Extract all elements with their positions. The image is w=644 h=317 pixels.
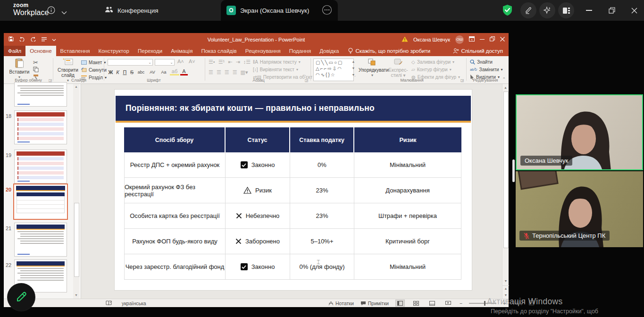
quick-styles-button[interactable]: Експрес-стилі ▾ <box>387 58 410 78</box>
italic-button[interactable]: К <box>115 69 121 75</box>
thumbnail-slide-18[interactable] <box>14 110 67 144</box>
video-tile-ternopil[interactable]: Тернопільський Центр ПК <box>516 171 643 247</box>
bold-button[interactable]: Ж <box>108 69 114 75</box>
chevron-down-icon[interactable] <box>61 8 67 17</box>
video-panel-scrollbar[interactable] <box>512 159 515 182</box>
text-direction-button[interactable]: ‖AНапрямок тексту▾ <box>253 58 301 65</box>
tab-meeting[interactable]: Конференция <box>105 0 159 21</box>
font-color-button[interactable]: А <box>180 68 188 75</box>
slide-sorter-view-button[interactable] <box>411 300 421 307</box>
tab-design[interactable]: Конструктор <box>94 46 134 56</box>
shape-fill-button[interactable]: ◇Заливка фігури▾ <box>411 58 454 65</box>
next-slide-button[interactable]: ▼ <box>502 293 509 297</box>
copy-icon[interactable] <box>33 67 39 73</box>
ribbon-display-options-icon[interactable] <box>469 36 475 42</box>
notes-button[interactable]: Нотатки <box>328 300 354 306</box>
annotate-pencil-icon[interactable] <box>520 2 536 18</box>
proofing-icon[interactable] <box>106 300 112 307</box>
minimize-button[interactable] <box>585 7 593 14</box>
security-shield-icon[interactable] <box>502 4 513 18</box>
language-indicator[interactable]: українська <box>122 300 146 306</box>
tab-slideshow[interactable]: Показ слайдів <box>197 46 241 56</box>
thumbnail-scrollbar[interactable]: ▲ ▼ <box>73 84 79 299</box>
thumbnail-slide-21[interactable] <box>14 223 67 257</box>
layout-button[interactable]: Макет▾ <box>81 59 106 66</box>
shapes-gallery[interactable]: ▢╲╲▭○▢ △⌐⌐⇨⇩◠ ◠∿{}☆ <box>313 58 354 81</box>
tab-view[interactable]: Подання <box>285 46 315 56</box>
zoom-out-button[interactable]: − <box>460 300 462 306</box>
ppt-minimize-button[interactable] <box>480 39 485 40</box>
align-center-icon[interactable]: ☰ <box>217 69 221 75</box>
strikethrough-button[interactable]: S <box>129 69 135 75</box>
numbering-icon[interactable]: ☰¹ <box>218 59 225 65</box>
warning-icon[interactable] <box>401 36 408 43</box>
align-left-icon[interactable]: ☰ <box>209 69 213 75</box>
drawing-dialog-launcher[interactable]: ◲ <box>460 78 464 83</box>
restore-button[interactable] <box>608 7 616 14</box>
shapes-gallery-scroll[interactable]: ▲▼▼̱ <box>351 58 356 78</box>
shrink-font-icon[interactable]: А˅ <box>189 58 195 64</box>
video-tile-oksana[interactable]: Оксана Шевчук <box>516 94 643 170</box>
slide-thumbnail-panel[interactable]: 18 19 20 <box>4 84 81 299</box>
scroll-down-icon[interactable]: ▼ <box>502 279 509 283</box>
tab-review[interactable]: Рецензування <box>241 46 285 56</box>
tab-screen-share[interactable]: О Экран (Оксана Шевчук) <box>221 0 338 21</box>
increase-indent-icon[interactable]: ⇥ <box>235 59 240 65</box>
grow-font-icon[interactable]: А˄ <box>177 58 184 64</box>
tab-insert[interactable]: Вставлення <box>56 46 94 56</box>
ppt-close-button[interactable] <box>500 37 505 42</box>
scroll-down-icon[interactable]: ▼ <box>73 293 79 297</box>
align-text-button[interactable]: [↕]Вирівняти текст▾ <box>253 66 298 73</box>
close-button[interactable] <box>630 7 638 14</box>
layout-panel-icon[interactable] <box>558 2 574 18</box>
thumbnail-slide-19[interactable] <box>14 150 67 184</box>
cut-icon[interactable]: ✂ <box>33 59 38 66</box>
tab-transitions[interactable]: Переходи <box>134 46 167 56</box>
tell-me-box[interactable]: Скажіть, що потрібно зробити <box>343 46 435 56</box>
justify-icon[interactable]: ☰ <box>233 69 237 75</box>
shape-outline-button[interactable]: ▱Контур фігури▾ <box>411 66 452 73</box>
info-icon[interactable] <box>47 6 55 16</box>
scroll-up-icon[interactable]: ▲ <box>502 84 509 89</box>
ppt-restore-button[interactable] <box>490 36 495 42</box>
bullets-icon[interactable]: ☰• <box>209 59 215 65</box>
share-button[interactable]: Спільний доступ <box>453 46 503 56</box>
highlight-color-button[interactable]: аб <box>170 68 179 75</box>
columns-icon[interactable]: ▥▾ <box>241 69 248 75</box>
ppt-account-avatar[interactable]: ОШ <box>455 35 464 44</box>
underline-button[interactable]: П <box>122 69 128 75</box>
find-button[interactable]: Знайти <box>470 58 493 65</box>
normal-view-button[interactable] <box>395 300 405 307</box>
arrange-button[interactable]: Упорядкувати▾ <box>359 58 386 78</box>
scrollbar-thumb[interactable] <box>74 203 79 277</box>
thumbnail-slide-20-selected[interactable] <box>13 184 68 220</box>
reset-button[interactable]: Скинути <box>81 67 107 73</box>
paste-button[interactable]: Вставити▾ <box>8 58 31 80</box>
ppt-account-name[interactable]: Оксана Шевчук <box>413 37 450 42</box>
slide-title-block[interactable]: Порівняння: як збирати кошти — правильно… <box>116 96 471 123</box>
font-size-combo[interactable]: ⌄ <box>155 59 175 66</box>
decrease-indent-icon[interactable]: ⇤ <box>228 59 232 65</box>
tab-file[interactable]: Файл <box>4 46 25 56</box>
zoom-slider-thumb[interactable] <box>484 301 485 306</box>
tab-home[interactable]: Основне <box>25 46 56 56</box>
scroll-up-icon[interactable]: ▲ <box>73 85 79 88</box>
editor-scrollbar[interactable]: ▲ ▼ ▲ ▼ <box>502 84 509 299</box>
comparison-table[interactable]: Спосіб збору Статус Ставка податку Ризик… <box>124 127 461 280</box>
reading-view-button[interactable] <box>427 300 437 307</box>
font-name-combo[interactable]: ⌄ <box>108 59 153 66</box>
ai-companion-sparkle-icon[interactable] <box>539 2 555 18</box>
change-case-button[interactable]: Aa <box>159 70 169 75</box>
annotation-pencil-button[interactable] <box>8 284 35 311</box>
replace-button[interactable]: ab↻Замінити▾ <box>470 66 503 73</box>
previous-slide-button[interactable]: ▲ <box>502 285 509 290</box>
slideshow-button[interactable] <box>443 300 453 307</box>
scrollbar-thumb[interactable] <box>503 92 509 248</box>
more-options-icon[interactable] <box>322 5 332 17</box>
line-spacing-icon[interactable]: ↕☰ <box>243 59 251 65</box>
current-slide[interactable]: Порівняння: як збирати кошти — правильно… <box>115 90 472 290</box>
tab-help[interactable]: Довідка <box>315 46 343 56</box>
tab-animations[interactable]: Анімація <box>167 46 197 56</box>
thumbnail-slide-17[interactable] <box>14 82 67 107</box>
comments-button[interactable]: Примітки <box>360 300 389 306</box>
